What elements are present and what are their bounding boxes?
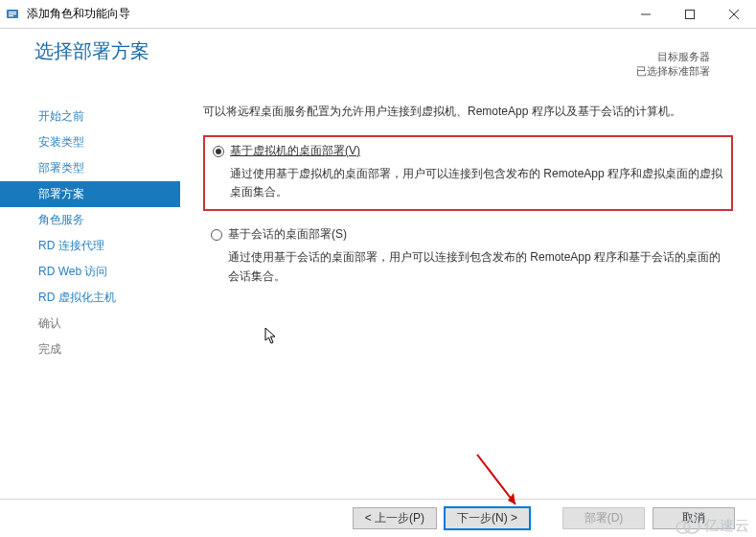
- radio-icon: [211, 229, 222, 241]
- radio-icon: [213, 146, 224, 157]
- option-desc: 通过使用基于虚拟机的桌面部署，用户可以连接到包含发布的 RemoteApp 程序…: [230, 165, 723, 201]
- svg-rect-3: [9, 15, 13, 16]
- sidebar-item-deploy-scenario[interactable]: 部署方案: [0, 181, 180, 207]
- radio-session-based[interactable]: 基于会话的桌面部署(S): [211, 226, 725, 243]
- content-area: 选择部署方案 目标服务器 已选择标准部署 开始之前 安装类型 部署类型 部署方案…: [0, 29, 756, 499]
- intro-text: 可以将远程桌面服务配置为允许用户连接到虚拟机、RemoteApp 程序以及基于会…: [203, 104, 733, 120]
- close-button[interactable]: [712, 0, 756, 28]
- window-title: 添加角色和功能向导: [27, 6, 130, 22]
- main-panel: 可以将远程桌面服务配置为允许用户连接到虚拟机、RemoteApp 程序以及基于会…: [180, 29, 756, 499]
- sidebar-item-install-type[interactable]: 安装类型: [0, 129, 180, 155]
- radio-vm-based[interactable]: 基于虚拟机的桌面部署(V): [213, 143, 723, 159]
- svg-rect-2: [9, 13, 16, 14]
- svg-rect-5: [686, 10, 695, 18]
- wizard-sidebar: 开始之前 安装类型 部署类型 部署方案 角色服务 RD 连接代理 RD Web …: [0, 29, 180, 499]
- sidebar-item-deploy-type[interactable]: 部署类型: [0, 155, 180, 181]
- page-title: 选择部署方案: [34, 38, 737, 64]
- window-titlebar: 添加角色和功能向导: [0, 0, 756, 29]
- wizard-footer: < 上一步(P) 下一步(N) > 部署(D) 取消: [0, 499, 756, 537]
- cancel-button[interactable]: 取消: [653, 507, 735, 529]
- sidebar-item-confirm: 确认: [0, 311, 180, 337]
- target-value: 已选择标准部署: [636, 64, 710, 79]
- sidebar-item-finish: 完成: [0, 337, 180, 362]
- radio-label: 基于虚拟机的桌面部署(V): [230, 143, 360, 159]
- option-session-based: 基于会话的桌面部署(S) 通过使用基于会话的桌面部署，用户可以连接到包含发布的 …: [203, 221, 733, 292]
- app-icon: [6, 7, 21, 22]
- target-label: 目标服务器: [636, 50, 710, 64]
- sidebar-item-rd-virtualization-host[interactable]: RD 虚拟化主机: [0, 285, 180, 311]
- deploy-button: 部署(D): [562, 507, 645, 529]
- maximize-button[interactable]: [668, 0, 712, 28]
- next-button[interactable]: 下一步(N) >: [445, 507, 530, 529]
- sidebar-item-role-services[interactable]: 角色服务: [0, 207, 180, 233]
- sidebar-item-rd-connection-broker[interactable]: RD 连接代理: [0, 233, 180, 259]
- sidebar-item-before-begin[interactable]: 开始之前: [0, 104, 180, 129]
- minimize-button[interactable]: [624, 0, 668, 28]
- target-server-box: 目标服务器 已选择标准部署: [636, 50, 710, 80]
- header-block: 选择部署方案 目标服务器 已选择标准部署: [34, 38, 737, 64]
- option-vm-based: 基于虚拟机的桌面部署(V) 通过使用基于虚拟机的桌面部署，用户可以连接到包含发布…: [203, 135, 733, 211]
- radio-label: 基于会话的桌面部署(S): [228, 226, 347, 243]
- window-controls: [624, 0, 756, 28]
- option-desc: 通过使用基于会话的桌面部署，用户可以连接到包含发布的 RemoteApp 程序和…: [228, 248, 725, 285]
- previous-button[interactable]: < 上一步(P): [353, 507, 437, 529]
- sidebar-item-rd-web-access[interactable]: RD Web 访问: [0, 259, 180, 285]
- svg-rect-1: [9, 12, 16, 12]
